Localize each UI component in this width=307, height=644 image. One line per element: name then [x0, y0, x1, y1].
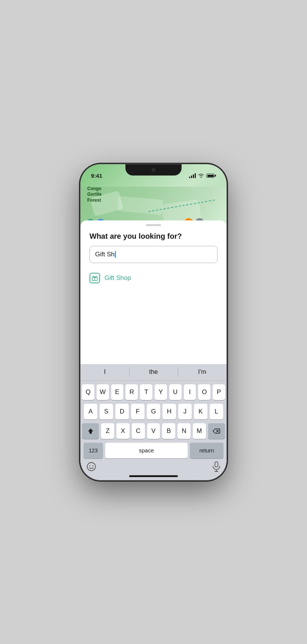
text-cursor: [115, 251, 116, 258]
svg-point-5: [87, 463, 95, 471]
suggestion-text: Gift Shop: [104, 274, 131, 282]
suggestion-im[interactable]: I'm: [178, 364, 227, 380]
phone-frame: 9:41: [80, 164, 227, 480]
key-Q[interactable]: Q: [82, 384, 94, 400]
key-A[interactable]: A: [84, 404, 97, 419]
key-R[interactable]: R: [125, 384, 138, 400]
gift-shop-icon: [89, 273, 100, 283]
key-row-2: A S D F G H J K L: [82, 404, 225, 419]
key-N[interactable]: N: [177, 423, 191, 439]
status-icons: [189, 173, 216, 179]
sheet-handle: [146, 224, 161, 226]
key-P[interactable]: P: [213, 384, 225, 400]
phone-screen: 9:41: [80, 164, 227, 480]
status-time: 9:41: [91, 173, 102, 179]
key-M[interactable]: M: [193, 423, 206, 439]
key-K[interactable]: K: [194, 404, 207, 419]
key-D[interactable]: D: [115, 404, 129, 419]
key-row-1: Q W E R T Y U I O P: [82, 384, 225, 400]
svg-point-7: [92, 465, 94, 466]
emoji-icon[interactable]: [86, 462, 96, 474]
key-row-3: Z X C V B N M: [82, 423, 225, 439]
key-G[interactable]: G: [147, 404, 160, 419]
key-T[interactable]: T: [140, 384, 152, 400]
bottom-sheet: What are you looking for? Gift Sh: [80, 220, 227, 480]
key-Y[interactable]: Y: [155, 384, 167, 400]
wifi-icon: [198, 173, 204, 179]
key-X[interactable]: X: [116, 423, 130, 439]
key-I[interactable]: I: [184, 384, 196, 400]
delete-key[interactable]: [208, 423, 225, 439]
key-U[interactable]: U: [169, 384, 182, 400]
keyboard-rows: Q W E R T Y U I O P A S: [80, 381, 227, 460]
signal-icon: [189, 173, 196, 178]
key-Z[interactable]: Z: [101, 423, 114, 439]
key-C[interactable]: C: [132, 423, 145, 439]
keyboard: I the I'm Q W E R T Y U I O: [80, 364, 227, 480]
space-key[interactable]: space: [105, 443, 188, 458]
suggestion-row[interactable]: Gift Shop: [89, 270, 218, 286]
keyboard-bottom-bar: [80, 460, 227, 476]
key-J[interactable]: J: [178, 404, 192, 419]
key-B[interactable]: B: [162, 423, 175, 439]
shift-key[interactable]: [82, 423, 99, 439]
home-indicator: [129, 475, 178, 477]
key-E[interactable]: E: [111, 384, 124, 400]
suggestion-the[interactable]: the: [129, 364, 178, 380]
sheet-content: What are you looking for? Gift Sh: [80, 232, 227, 364]
search-title: What are you looking for?: [89, 232, 218, 241]
return-key[interactable]: return: [190, 443, 224, 458]
svg-point-6: [89, 465, 91, 466]
key-L[interactable]: L: [210, 404, 223, 419]
keyboard-suggestions: I the I'm: [80, 364, 227, 381]
key-F[interactable]: F: [131, 404, 145, 419]
mic-icon[interactable]: [212, 461, 221, 474]
key-H[interactable]: H: [162, 404, 176, 419]
num-key[interactable]: 123: [83, 443, 103, 458]
key-O[interactable]: O: [198, 384, 210, 400]
key-S[interactable]: S: [100, 404, 113, 419]
search-input-container[interactable]: Gift Sh: [89, 246, 218, 263]
search-input-text: Gift Sh: [95, 251, 116, 258]
key-V[interactable]: V: [147, 423, 160, 439]
notch: [125, 164, 182, 176]
key-W[interactable]: W: [97, 384, 109, 400]
map-label: Congo Gorilla Forest: [87, 186, 101, 204]
battery-icon: [206, 174, 216, 178]
suggestion-I[interactable]: I: [80, 364, 129, 380]
svg-rect-8: [215, 462, 218, 467]
key-row-4: 123 space return: [82, 443, 225, 458]
